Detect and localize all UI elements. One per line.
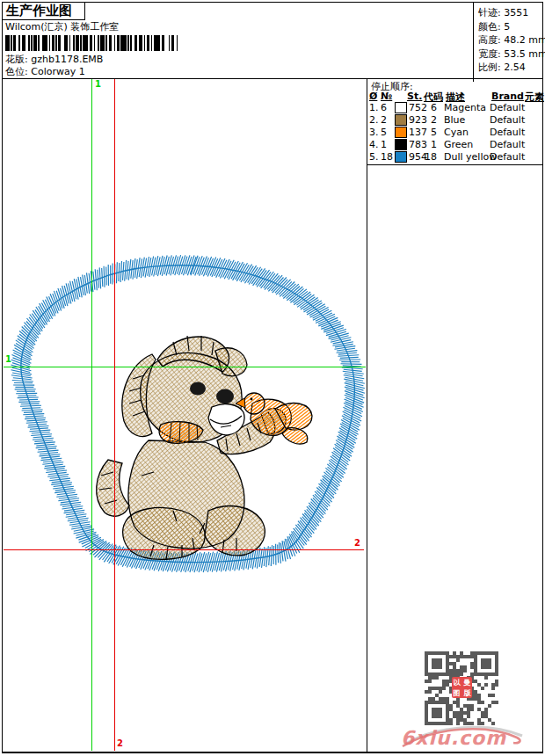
table-row-3-cell: Default: [490, 127, 525, 138]
pattern-file-line: 花版: gzhb1178.EMB: [5, 54, 103, 65]
col-header-stopnum: Ø: [369, 91, 377, 102]
thread-color-swatch: [395, 139, 407, 150]
table-row-1-cell: 6: [423, 102, 437, 113]
col-header-element: 元素: [525, 91, 544, 104]
table-row-5-cell: 18: [381, 151, 393, 163]
table-row-4-cell: Default: [490, 139, 525, 150]
site-watermark: 6xiu.com: [394, 718, 534, 755]
table-bottom-border: [367, 164, 542, 165]
studio-name: Wilcom(汇京) 装饰工作室: [5, 21, 119, 33]
embroidery-design-canvas: [4, 79, 367, 752]
table-row-4-cell: 1: [381, 139, 387, 150]
thread-color-swatch: [395, 151, 407, 163]
thread-color-swatch: [395, 102, 407, 113]
table-row-4-cell: 1: [423, 139, 437, 150]
start-marker-left: 1: [5, 355, 11, 364]
barcode: [5, 35, 184, 51]
stitch-count: 针迹: 3551: [478, 6, 545, 20]
design-info-box: 针迹: 3551 颜色: 5 高度: 48.2 mm 宽度: 53.5 mm 比…: [473, 3, 545, 82]
design-height: 高度: 48.2 mm: [478, 33, 545, 47]
table-row-2-cell: Blue: [444, 114, 465, 126]
thread-color-swatch: [395, 114, 407, 126]
table-row-4-cell: 4.: [369, 139, 379, 150]
col-header-brand: Brand: [491, 91, 524, 102]
worksheet-page: 生产作业图 Wilcom(汇京) 装饰工作室 花版: gzhb1178.EMB …: [2, 2, 543, 753]
thread-color-swatch: [395, 127, 407, 138]
table-row-2-cell: 2.: [369, 114, 379, 126]
table-row-1-cell: 6: [381, 102, 387, 113]
pattern-value: gzhb1178.EMB: [31, 54, 103, 65]
red-seal-stamp: 以曼 图版: [452, 677, 472, 698]
design-width: 宽度: 53.5 mm: [478, 47, 545, 62]
table-row-3-cell: 5: [381, 127, 387, 138]
pattern-label: 花版:: [5, 54, 28, 65]
start-marker-top: 1: [95, 80, 101, 89]
end-guide-horizontal: [4, 549, 364, 550]
colorway-label: 色位:: [5, 66, 28, 77]
table-row-1-cell: 1.: [369, 102, 379, 113]
watermark-text: 6xiu.com: [401, 727, 506, 749]
table-row-5-cell: Default: [490, 151, 525, 163]
table-row-3-cell: 3.: [369, 127, 379, 138]
end-guide-vertical: [114, 79, 115, 751]
table-row-3-cell: 5: [423, 127, 437, 138]
start-guide-vertical: [91, 79, 92, 751]
table-row-2-cell: 2: [423, 114, 437, 126]
table-row-2-cell: Default: [490, 114, 525, 126]
col-header-needle: №: [381, 91, 392, 102]
page-title: 生产作业图: [3, 3, 85, 20]
col-header-stitches: St.: [407, 91, 422, 102]
colorway-line: 色位: Colorway 1: [5, 66, 85, 77]
puppy-left-eye: [190, 382, 206, 396]
table-row-3-cell: Cyan: [444, 127, 469, 138]
table-row-5-cell: 5.: [369, 151, 379, 163]
start-guide-horizontal: [4, 367, 366, 367]
color-count: 颜色: 5: [478, 20, 545, 34]
table-row-5-cell: 18: [423, 151, 437, 163]
table-row-2-cell: 2: [381, 114, 387, 126]
design-scale: 比例: 2.54: [478, 61, 545, 75]
table-row-4-cell: Green: [444, 139, 473, 150]
puppy-with-bird-design: [97, 336, 312, 560]
colorway-value: Colorway 1: [31, 66, 84, 77]
bird-eye: [251, 398, 253, 401]
end-marker-bottom: 2: [117, 739, 123, 748]
table-row-1-cell: Default: [490, 102, 525, 113]
table-row-1-cell: Magenta: [444, 102, 486, 113]
puppy-right-eye: [216, 389, 234, 404]
end-marker-right: 2: [354, 539, 360, 548]
